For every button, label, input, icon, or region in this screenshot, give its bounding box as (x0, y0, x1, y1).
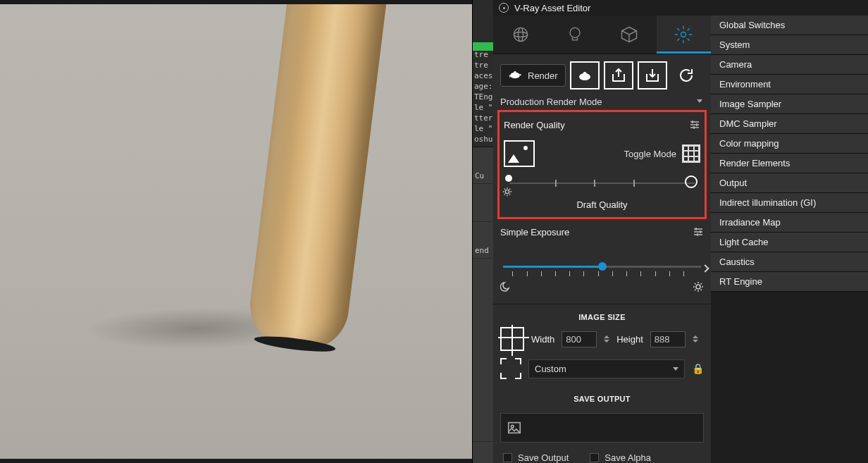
quality-knob[interactable] (685, 175, 698, 188)
tab-geometry[interactable] (602, 16, 657, 54)
image-quality-icon (504, 140, 535, 167)
render-button[interactable]: Render (500, 64, 566, 87)
cat-global-switches[interactable]: Global Switches (711, 16, 868, 35)
sun-icon (693, 281, 704, 292)
undo-icon (678, 67, 695, 84)
height-input[interactable]: 888 (650, 331, 686, 347)
svg-point-5 (514, 71, 516, 73)
cat-camera[interactable]: Camera (711, 55, 868, 75)
svg-point-7 (583, 73, 585, 74)
bulb-icon (565, 25, 585, 44)
render-quality-highlight: Render Quality Toggle Mode (497, 110, 707, 219)
gear-icon (674, 25, 693, 44)
quality-slider[interactable] (504, 180, 700, 195)
cat-color-mapping[interactable]: Color mapping (711, 134, 868, 154)
categories-panel: Global Switches System Camera Environmen… (711, 16, 868, 463)
furniture-leg (245, 0, 389, 354)
import-button[interactable] (638, 61, 667, 89)
exposure-header: Simple Exposure (500, 227, 569, 237)
toggle-mode-label: Toggle Mode (624, 149, 676, 159)
cat-image-sampler[interactable]: Image Sampler (711, 94, 868, 114)
exposure-slider[interactable] (500, 261, 704, 280)
window-title: V-Ray Asset Editor (514, 3, 590, 13)
width-label: Width (531, 334, 554, 345)
tab-lights[interactable] (547, 16, 602, 54)
lock-icon[interactable]: 🔒 (692, 363, 704, 374)
interactive-render-button[interactable] (570, 61, 600, 89)
aspect-icon[interactable] (500, 327, 524, 351)
cat-dmc-sampler[interactable]: DMC Sampler (711, 114, 868, 134)
svg-point-4 (681, 32, 686, 37)
cube-icon (619, 25, 639, 44)
svg-point-2 (518, 27, 523, 41)
sliders-icon[interactable] (689, 119, 700, 130)
reset-button[interactable] (671, 61, 701, 89)
tab-settings[interactable] (657, 16, 711, 54)
title-bar[interactable]: V-Ray Asset Editor (493, 0, 868, 16)
cat-rt-engine[interactable]: RT Engine (711, 272, 868, 292)
svg-point-3 (570, 27, 580, 37)
svg-point-14 (505, 190, 509, 193)
export-button[interactable] (604, 61, 633, 89)
cat-environment[interactable]: Environment (711, 75, 868, 94)
cat-render-elements[interactable]: Render Elements (711, 154, 868, 173)
aspect-preset-select[interactable]: Custom (528, 359, 685, 378)
save-path-input[interactable] (500, 413, 704, 443)
teapot-icon (508, 68, 522, 82)
sphere-icon (511, 25, 531, 44)
grid-icon[interactable] (682, 144, 700, 163)
gear-small-icon (502, 187, 512, 197)
teapot-frame-icon (576, 67, 593, 84)
vray-logo-icon (499, 3, 509, 13)
render-label: Render (528, 70, 558, 81)
save-output-header: SAVE OUTPUT (493, 386, 711, 409)
width-spinner[interactable] (604, 335, 609, 342)
height-label: Height (616, 334, 643, 345)
viewport (0, 0, 472, 463)
svg-point-1 (514, 32, 527, 37)
exposure-knob[interactable] (598, 262, 607, 271)
render-mode-dropdown[interactable]: Production Render Mode (500, 94, 704, 110)
svg-point-21 (696, 285, 700, 289)
cat-irradiance-map[interactable]: Irradiance Map (711, 213, 868, 233)
save-alpha-checkbox[interactable]: Save Alpha (590, 452, 651, 463)
render-quality-header: Render Quality (504, 120, 565, 130)
cat-output[interactable]: Output (711, 173, 868, 193)
cat-light-cache[interactable]: Light Cache (711, 233, 868, 252)
moon-icon (500, 281, 512, 292)
image-size-header: IMAGE SIZE (493, 304, 711, 327)
save-output-checkbox[interactable]: Save Output (503, 452, 569, 463)
upload-icon (610, 67, 627, 84)
sliders-icon[interactable] (693, 226, 704, 237)
quality-value-label: Draft Quality (504, 199, 700, 210)
region-icon[interactable] (500, 358, 521, 379)
asset-editor: V-Ray Asset Editor (493, 0, 868, 463)
cat-system[interactable]: System (711, 35, 868, 55)
cat-caustics[interactable]: Caustics (711, 252, 868, 272)
svg-point-6 (580, 74, 590, 80)
console-sliver: tre tre aces: age: TEng le " tter le " o… (472, 0, 493, 463)
svg-point-0 (514, 27, 527, 41)
height-spinner[interactable] (693, 335, 698, 342)
download-icon (644, 67, 661, 84)
cat-indirect-illumination[interactable]: Indirect illumination (GI) (711, 193, 868, 213)
tab-materials[interactable] (493, 16, 547, 54)
picture-icon (507, 420, 522, 436)
width-input[interactable]: 800 (562, 331, 597, 347)
svg-point-23 (511, 425, 514, 428)
